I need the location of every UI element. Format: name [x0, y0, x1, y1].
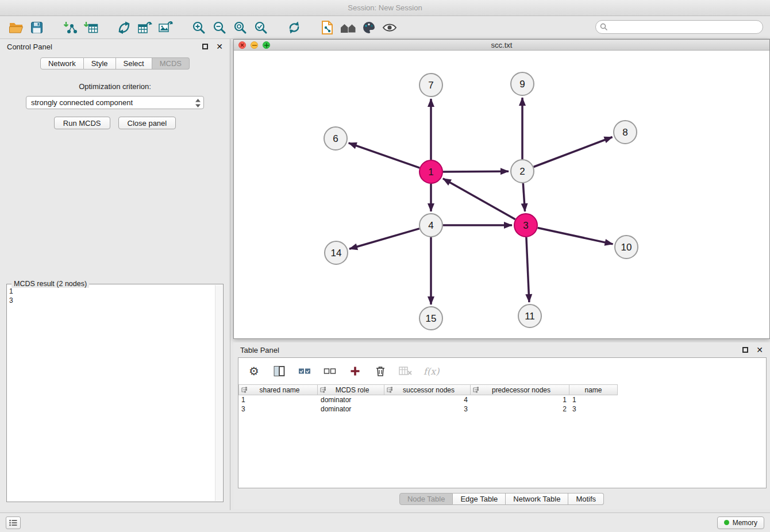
close-table-panel-button[interactable]: ✕: [756, 346, 763, 354]
network-node[interactable]: 11: [518, 304, 541, 327]
refresh-button[interactable]: [284, 18, 305, 37]
save-session-button[interactable]: [26, 18, 47, 37]
network-node[interactable]: 8: [614, 121, 637, 144]
column-header-name[interactable]: name: [569, 384, 618, 395]
column-header-predecessor-nodes[interactable]: predecessor nodes: [471, 384, 569, 395]
search-input[interactable]: [608, 23, 763, 31]
deselect-all-rows-button[interactable]: [322, 364, 337, 379]
create-column-button[interactable]: [348, 364, 363, 379]
network-edge[interactable]: [538, 228, 613, 244]
apply-layout-button[interactable]: [114, 18, 134, 37]
delete-table-button[interactable]: [398, 364, 413, 379]
show-columns-button[interactable]: [272, 364, 287, 379]
home-icon: [340, 21, 357, 34]
zoom-out-button[interactable]: [209, 18, 230, 37]
plus-icon: [350, 366, 360, 376]
network-edge[interactable]: [526, 237, 529, 302]
floppy-disk-icon: [30, 21, 43, 34]
document-network-icon: [321, 20, 334, 35]
table-settings-button[interactable]: ⚙: [247, 364, 261, 379]
table-row[interactable]: 3dominator323: [238, 404, 766, 414]
close-mcds-panel-button[interactable]: Close panel: [118, 117, 176, 129]
network-canvas[interactable]: 1234678910111415: [234, 51, 769, 338]
network-node[interactable]: 9: [511, 72, 534, 95]
optimization-criterion-select[interactable]: strongly connected component: [26, 96, 204, 109]
network-node[interactable]: 4: [419, 214, 442, 237]
network-node[interactable]: 1: [419, 160, 442, 183]
network-edge[interactable]: [349, 229, 419, 249]
column-header-mcds-role[interactable]: MCDS role: [318, 384, 384, 395]
column-header-shared-name[interactable]: shared name: [238, 384, 318, 395]
table-panel-title: Table Panel: [240, 346, 742, 354]
node-label: 10: [621, 242, 632, 253]
float-panel-button[interactable]: [202, 44, 208, 49]
node-label: 6: [333, 133, 338, 144]
node-table-area: ⚙: [238, 357, 767, 488]
zoom-in-icon: [192, 21, 206, 34]
open-session-file-button[interactable]: [317, 18, 338, 37]
run-mcds-button[interactable]: Run MCDS: [54, 117, 110, 129]
folder-open-icon: [9, 21, 24, 34]
memory-label: Memory: [733, 519, 757, 527]
network-node[interactable]: 15: [419, 307, 442, 330]
network-edge[interactable]: [349, 143, 420, 168]
export-image-button[interactable]: [155, 18, 176, 37]
window-title: Session: New Session: [348, 3, 422, 12]
tab-edge-table[interactable]: Edge Table: [453, 493, 506, 505]
table-row[interactable]: 1dominator411: [238, 395, 766, 404]
panel-menu-button[interactable]: [6, 516, 21, 529]
tab-style[interactable]: Style: [84, 57, 116, 70]
delete-column-button[interactable]: [373, 364, 388, 379]
import-network-button[interactable]: [60, 18, 80, 37]
export-table-button[interactable]: [134, 18, 155, 37]
import-table-icon: [83, 21, 98, 34]
node-label: 3: [523, 220, 528, 231]
zoom-selected-button[interactable]: [251, 18, 271, 37]
node-label: 2: [519, 166, 525, 177]
network-node[interactable]: 10: [615, 236, 638, 259]
import-network-icon: [63, 21, 78, 34]
sort-icon: [241, 387, 248, 393]
search-field[interactable]: [595, 20, 763, 34]
function-builder-button[interactable]: f(x): [424, 364, 439, 379]
home-button[interactable]: [338, 18, 359, 37]
memory-button[interactable]: Memory: [717, 516, 764, 529]
close-panel-button[interactable]: ✕: [216, 43, 223, 51]
tab-node-table[interactable]: Node Table: [399, 493, 453, 505]
zoom-fit-button[interactable]: [230, 18, 251, 37]
tab-mcds[interactable]: MCDS: [152, 57, 190, 70]
window-minimize-button[interactable]: [251, 41, 258, 49]
columns-icon: [274, 365, 285, 377]
network-edge[interactable]: [443, 179, 515, 219]
node-label: 1: [428, 167, 433, 178]
network-edge[interactable]: [443, 171, 509, 172]
network-node[interactable]: 3: [514, 214, 537, 237]
select-all-icon: [298, 367, 311, 375]
network-edge[interactable]: [534, 137, 613, 167]
network-node[interactable]: 7: [419, 74, 442, 97]
open-file-button[interactable]: [6, 18, 26, 37]
column-header-successor-nodes[interactable]: successor nodes: [384, 384, 471, 395]
import-table-button[interactable]: [80, 18, 101, 37]
show-graphics-button[interactable]: [379, 18, 400, 37]
table-cell: 2: [471, 404, 569, 414]
float-table-panel-button[interactable]: [742, 347, 748, 353]
network-node[interactable]: 14: [325, 241, 348, 264]
style-button[interactable]: [359, 18, 379, 37]
result-scrollbar[interactable]: [215, 285, 222, 501]
tab-network[interactable]: Network: [40, 57, 84, 70]
window-zoom-button[interactable]: [263, 41, 270, 49]
network-node[interactable]: 2: [511, 160, 534, 183]
fx-icon: f(x): [424, 366, 439, 377]
tab-select[interactable]: Select: [116, 57, 152, 70]
network-edge[interactable]: [523, 183, 525, 211]
minimize-icon: [252, 45, 257, 46]
node-label: 15: [426, 313, 437, 324]
sort-icon: [320, 387, 326, 393]
zoom-in-button[interactable]: [188, 18, 209, 37]
window-close-button[interactable]: [238, 41, 246, 49]
tab-motifs[interactable]: Motifs: [568, 493, 604, 505]
select-all-rows-button[interactable]: [297, 364, 312, 379]
network-node[interactable]: 6: [324, 127, 347, 150]
tab-network-table[interactable]: Network Table: [506, 493, 568, 505]
